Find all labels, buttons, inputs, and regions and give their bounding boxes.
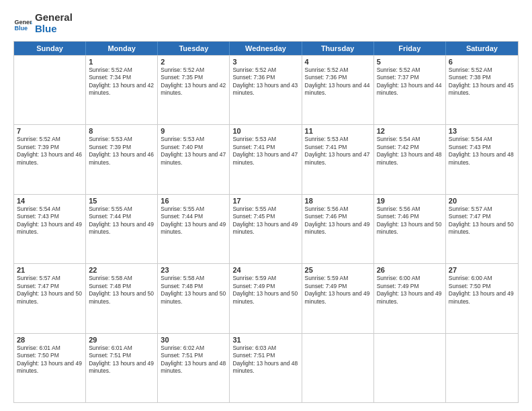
calendar-cell: 5Sunrise: 5:52 AM Sunset: 7:37 PM Daylig… [374,56,446,124]
calendar-cell: 16Sunrise: 5:55 AM Sunset: 7:44 PM Dayli… [158,195,230,263]
logo-text: General Blue [35,12,73,34]
calendar-row: 14Sunrise: 5:54 AM Sunset: 7:43 PM Dayli… [14,194,518,263]
calendar-cell: 24Sunrise: 5:59 AM Sunset: 7:49 PM Dayli… [230,264,302,332]
cell-info: Sunrise: 6:01 AM Sunset: 7:50 PM Dayligh… [17,345,83,375]
cell-info: Sunrise: 6:03 AM Sunset: 7:51 PM Dayligh… [232,345,298,375]
calendar-cell: 28Sunrise: 6:01 AM Sunset: 7:50 PM Dayli… [14,334,86,402]
calendar-cell: 6Sunrise: 5:52 AM Sunset: 7:38 PM Daylig… [446,56,518,124]
day-number: 3 [232,58,298,66]
calendar-row: 28Sunrise: 6:01 AM Sunset: 7:50 PM Dayli… [14,333,518,402]
calendar-cell: 8Sunrise: 5:53 AM Sunset: 7:39 PM Daylig… [86,125,158,193]
cell-info: Sunrise: 5:52 AM Sunset: 7:38 PM Dayligh… [449,66,515,97]
day-number: 2 [161,58,226,66]
calendar-cell: 7Sunrise: 5:52 AM Sunset: 7:39 PM Daylig… [14,125,86,193]
calendar-cell: 15Sunrise: 5:55 AM Sunset: 7:44 PM Dayli… [86,195,158,263]
calendar-cell: 20Sunrise: 5:57 AM Sunset: 7:47 PM Dayli… [446,195,518,263]
day-number: 9 [161,127,226,135]
day-number: 24 [232,266,298,274]
weekday-header: Saturday [446,42,518,55]
weekday-header: Friday [374,42,446,55]
day-number: 10 [232,127,298,135]
calendar-cell [374,334,446,402]
calendar-cell [302,334,374,402]
day-number: 18 [305,197,371,205]
cell-info: Sunrise: 5:55 AM Sunset: 7:44 PM Dayligh… [89,205,154,236]
weekday-header: Sunday [14,42,86,55]
day-number: 11 [305,127,371,135]
calendar-cell: 18Sunrise: 5:56 AM Sunset: 7:46 PM Dayli… [302,195,374,263]
calendar-header-row: SundayMondayTuesdayWednesdayThursdayFrid… [14,42,518,55]
cell-info: Sunrise: 5:57 AM Sunset: 7:47 PM Dayligh… [17,275,83,306]
cell-info: Sunrise: 5:54 AM Sunset: 7:43 PM Dayligh… [17,205,83,236]
day-number: 27 [449,266,515,274]
cell-info: Sunrise: 5:52 AM Sunset: 7:36 PM Dayligh… [232,66,298,97]
day-number: 31 [232,336,298,344]
page: General Blue General Blue SundayMondayTu… [0,0,532,411]
calendar-cell: 13Sunrise: 5:54 AM Sunset: 7:43 PM Dayli… [446,125,518,193]
cell-info: Sunrise: 6:01 AM Sunset: 7:51 PM Dayligh… [89,345,154,375]
calendar-cell: 23Sunrise: 5:58 AM Sunset: 7:48 PM Dayli… [158,264,230,332]
calendar-cell: 2Sunrise: 5:52 AM Sunset: 7:35 PM Daylig… [158,56,230,124]
day-number: 17 [232,197,298,205]
cell-info: Sunrise: 5:52 AM Sunset: 7:34 PM Dayligh… [89,66,154,97]
day-number: 14 [17,197,83,205]
calendar-cell: 12Sunrise: 5:54 AM Sunset: 7:42 PM Dayli… [374,125,446,193]
logo: General Blue General Blue [13,12,73,34]
day-number: 29 [89,336,154,344]
day-number: 4 [305,58,371,66]
day-number: 1 [89,58,154,66]
calendar-cell: 4Sunrise: 5:52 AM Sunset: 7:36 PM Daylig… [302,56,374,124]
calendar-cell: 31Sunrise: 6:03 AM Sunset: 7:51 PM Dayli… [230,334,302,402]
calendar-cell: 10Sunrise: 5:53 AM Sunset: 7:41 PM Dayli… [230,125,302,193]
cell-info: Sunrise: 5:58 AM Sunset: 7:48 PM Dayligh… [161,275,226,306]
day-number: 20 [449,197,515,205]
weekday-header: Tuesday [158,42,230,55]
day-number: 16 [161,197,226,205]
calendar-cell: 22Sunrise: 5:58 AM Sunset: 7:48 PM Dayli… [86,264,158,332]
svg-text:Blue: Blue [14,24,28,31]
calendar-cell: 1Sunrise: 5:52 AM Sunset: 7:34 PM Daylig… [86,56,158,124]
weekday-header: Monday [86,42,158,55]
cell-info: Sunrise: 5:57 AM Sunset: 7:47 PM Dayligh… [449,205,515,236]
calendar-cell: 25Sunrise: 5:59 AM Sunset: 7:49 PM Dayli… [302,264,374,332]
cell-info: Sunrise: 5:53 AM Sunset: 7:41 PM Dayligh… [232,136,298,167]
cell-info: Sunrise: 6:02 AM Sunset: 7:51 PM Dayligh… [161,345,226,375]
calendar: SundayMondayTuesdayWednesdayThursdayFrid… [13,41,519,403]
cell-info: Sunrise: 5:56 AM Sunset: 7:46 PM Dayligh… [377,205,443,236]
calendar-row: 21Sunrise: 5:57 AM Sunset: 7:47 PM Dayli… [14,263,518,332]
cell-info: Sunrise: 5:54 AM Sunset: 7:42 PM Dayligh… [377,136,443,167]
day-number: 13 [449,127,515,135]
cell-info: Sunrise: 5:52 AM Sunset: 7:35 PM Dayligh… [161,66,226,97]
cell-info: Sunrise: 5:59 AM Sunset: 7:49 PM Dayligh… [232,275,298,306]
cell-info: Sunrise: 6:00 AM Sunset: 7:50 PM Dayligh… [449,275,515,306]
logo-general: General [35,12,73,24]
day-number: 15 [89,197,154,205]
cell-info: Sunrise: 5:59 AM Sunset: 7:49 PM Dayligh… [305,275,371,306]
day-number: 28 [17,336,83,344]
cell-info: Sunrise: 5:52 AM Sunset: 7:36 PM Dayligh… [305,66,371,97]
calendar-cell: 30Sunrise: 6:02 AM Sunset: 7:51 PM Dayli… [158,334,230,402]
day-number: 19 [377,197,443,205]
logo-icon: General Blue [13,14,32,33]
calendar-cell: 19Sunrise: 5:56 AM Sunset: 7:46 PM Dayli… [374,195,446,263]
day-number: 26 [377,266,443,274]
calendar-cell: 17Sunrise: 5:55 AM Sunset: 7:45 PM Dayli… [230,195,302,263]
day-number: 23 [161,266,226,274]
cell-info: Sunrise: 5:56 AM Sunset: 7:46 PM Dayligh… [305,205,371,236]
calendar-cell: 27Sunrise: 6:00 AM Sunset: 7:50 PM Dayli… [446,264,518,332]
calendar-row: 1Sunrise: 5:52 AM Sunset: 7:34 PM Daylig… [14,55,518,124]
day-number: 25 [305,266,371,274]
day-number: 8 [89,127,154,135]
calendar-cell: 21Sunrise: 5:57 AM Sunset: 7:47 PM Dayli… [14,264,86,332]
calendar-cell: 3Sunrise: 5:52 AM Sunset: 7:36 PM Daylig… [230,56,302,124]
calendar-row: 7Sunrise: 5:52 AM Sunset: 7:39 PM Daylig… [14,124,518,193]
cell-info: Sunrise: 5:54 AM Sunset: 7:43 PM Dayligh… [449,136,515,167]
cell-info: Sunrise: 5:53 AM Sunset: 7:41 PM Dayligh… [305,136,371,167]
calendar-cell: 29Sunrise: 6:01 AM Sunset: 7:51 PM Dayli… [86,334,158,402]
day-number: 12 [377,127,443,135]
cell-info: Sunrise: 5:58 AM Sunset: 7:48 PM Dayligh… [89,275,154,306]
day-number: 7 [17,127,83,135]
day-number: 5 [377,58,443,66]
cell-info: Sunrise: 5:53 AM Sunset: 7:40 PM Dayligh… [161,136,226,167]
calendar-cell: 14Sunrise: 5:54 AM Sunset: 7:43 PM Dayli… [14,195,86,263]
